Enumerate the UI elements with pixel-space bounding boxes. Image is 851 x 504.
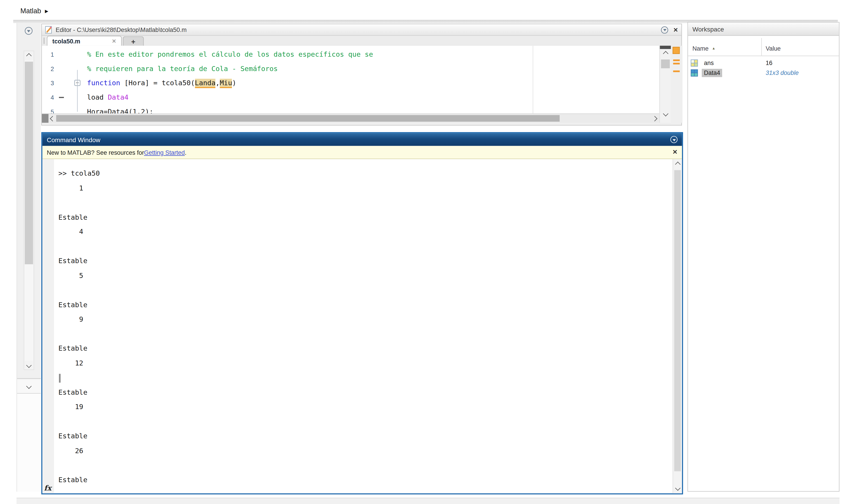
command-window-title: Command Window	[47, 136, 670, 143]
column-header-name[interactable]: Name▲	[692, 45, 715, 52]
console-line: Estable	[58, 210, 668, 225]
code-line: 1 % En este editor pondremos el cálculo …	[42, 48, 659, 62]
workspace-titlebar: Workspace	[688, 22, 839, 36]
editor-menu-icon[interactable]	[661, 26, 668, 33]
warning-marker[interactable]	[673, 63, 679, 64]
scrollbar-thumb[interactable]	[674, 170, 681, 471]
code-line: 2 % requieren para la teoría de Cola - S…	[42, 61, 659, 76]
divider	[17, 378, 41, 379]
variable-row-ans[interactable]: ans 16	[688, 58, 839, 68]
scroll-left-button[interactable]	[48, 114, 56, 123]
editor-panel: Editor - C:\Users\ki28t\Desktop\Matlab\t…	[41, 24, 682, 126]
new-to-matlab-banner: New to MATLAB? See resources for Getting…	[42, 146, 682, 159]
code-line: 4 load Data4	[42, 90, 659, 105]
variable-value: 16	[766, 59, 773, 67]
banner-text: New to MATLAB? See resources for	[47, 149, 144, 156]
console-line	[58, 458, 668, 473]
code-comment: % En este editor pondremos el cálculo de…	[87, 48, 373, 62]
tab-close-icon[interactable]: ✕	[112, 38, 116, 44]
code-comment: % requieren para la teoría de Cola - Sem…	[87, 61, 278, 76]
getting-started-link[interactable]: Getting Started	[144, 149, 185, 156]
variable-value: 31x3 double	[766, 69, 799, 77]
scroll-down-button[interactable]	[660, 109, 671, 118]
console-line: 26	[58, 444, 668, 458]
fold-scope-line	[77, 70, 78, 112]
code-text: Hora=Data4(1,2);	[87, 105, 154, 113]
chevron-left-icon	[50, 115, 55, 121]
chevron-down-icon	[675, 485, 680, 490]
tab-strip-edge	[43, 37, 45, 44]
edit-document-icon	[45, 26, 52, 34]
text-cursor	[59, 374, 60, 382]
matrix-icon	[691, 69, 698, 76]
warning-summary-icon[interactable]	[673, 47, 680, 54]
chevron-up-icon	[675, 161, 680, 167]
console-line: Estable	[58, 254, 668, 269]
console-line: >> tcola50	[58, 166, 668, 181]
matlab-window: Matlab▶ Editor - C:\Users\ki28t\Desktop\…	[0, 0, 851, 504]
code-editor[interactable]: 1 % En este editor pondremos el cálculo …	[42, 46, 659, 113]
console-line	[58, 414, 668, 429]
chevron-up-icon	[663, 51, 668, 56]
command-window-titlebar: Command Window	[42, 133, 682, 146]
sort-ascending-icon: ▲	[712, 46, 715, 50]
warning-marker[interactable]	[673, 70, 679, 72]
panel-menu-icon[interactable]	[25, 27, 32, 35]
line-number: 5	[42, 105, 54, 113]
console-line: 1	[58, 181, 668, 195]
code-text: function [Hora] = tcola50(Landa,Miu)	[87, 76, 236, 90]
scroll-up-button[interactable]	[673, 160, 682, 168]
chevron-down-icon	[663, 111, 668, 116]
scrollbar-thumb[interactable]	[25, 61, 33, 264]
plus-icon: +	[131, 37, 136, 46]
left-vertical-scrollbar[interactable]	[24, 51, 34, 370]
chevron-down-icon	[26, 362, 32, 368]
scroll-right-button[interactable]	[651, 114, 659, 123]
banner-close-icon[interactable]: ✕	[672, 149, 677, 155]
warning-marker[interactable]	[673, 59, 679, 61]
scroll-down-button[interactable]	[673, 483, 682, 492]
editor-titlebar: Editor - C:\Users\ki28t\Desktop\Matlab\t…	[42, 24, 681, 36]
breadcrumb-arrow-icon[interactable]: ▶	[45, 8, 48, 14]
banner-suffix: .	[185, 149, 186, 156]
collapse-panel-button[interactable]	[17, 379, 41, 394]
chevron-down-icon	[26, 383, 32, 389]
column-divider[interactable]	[761, 38, 762, 56]
chevron-up-icon	[26, 53, 32, 58]
workspace-panel: Workspace Name▲ Value ans 16 Data4 31x3 …	[687, 22, 839, 492]
console-line: Estable	[58, 341, 668, 356]
variable-name[interactable]: Data4	[702, 69, 722, 77]
scrollbar-thumb[interactable]	[661, 59, 670, 68]
scroll-down-button[interactable]	[24, 361, 34, 369]
console-line: Estable	[58, 385, 668, 400]
console-line: 12	[58, 356, 668, 371]
editor-vertical-scrollbar[interactable]	[659, 46, 671, 123]
matrix-icon	[691, 59, 698, 67]
variable-name[interactable]: ans	[702, 59, 716, 67]
console-line: Estable	[58, 473, 668, 487]
workspace-title: Workspace	[692, 25, 724, 32]
scroll-up-button[interactable]	[660, 50, 671, 58]
tab-tcola50[interactable]: tcola50.m ✕	[47, 36, 122, 46]
new-tab-button[interactable]: +	[123, 36, 144, 46]
console-line	[58, 239, 668, 254]
function-hint-icon[interactable]: fx	[44, 484, 52, 492]
console-vertical-scrollbar[interactable]	[673, 159, 682, 493]
console-line: Estable	[58, 429, 668, 444]
variable-list: ans 16 Data4 31x3 double	[688, 56, 839, 77]
breadcrumb[interactable]: Matlab▶	[20, 7, 48, 15]
editor-tab-bar: tcola50.m ✕ +	[42, 36, 681, 46]
editor-horizontal-scrollbar[interactable]	[42, 113, 659, 123]
column-header-value[interactable]: Value	[766, 45, 781, 52]
editor-close-icon[interactable]: ✕	[673, 27, 678, 33]
console-line	[58, 283, 668, 298]
cw-menu-icon[interactable]	[670, 136, 677, 143]
console-output[interactable]: >> tcola50 1Estable 4Estable 5Estable 9E…	[58, 166, 668, 493]
scrollbar-left-cap	[42, 114, 48, 123]
breadcrumb-label[interactable]: Matlab	[20, 7, 41, 15]
scrollbar-thumb[interactable]	[56, 115, 560, 122]
workspace-column-headers: Name▲ Value	[688, 36, 839, 56]
console-line	[58, 327, 668, 341]
scroll-up-button[interactable]	[24, 51, 34, 60]
variable-row-data4[interactable]: Data4 31x3 double	[688, 68, 839, 77]
